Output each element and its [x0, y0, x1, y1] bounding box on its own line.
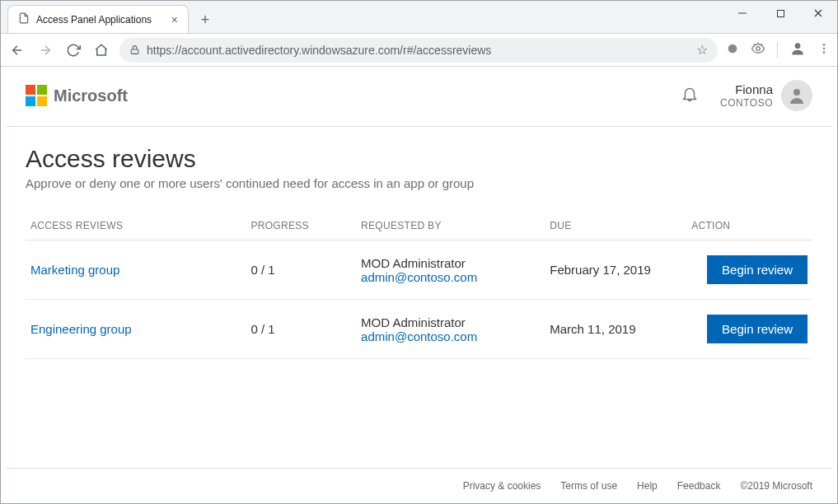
requester-email-link[interactable]: admin@contoso.com — [361, 329, 477, 343]
review-name-link[interactable]: Marketing group — [30, 263, 119, 277]
main-content: Access reviews Approve or deny one or mo… — [6, 127, 832, 468]
notifications-bell-icon[interactable] — [681, 85, 699, 106]
requester-name: MOD Administrator — [361, 256, 540, 270]
review-name-link[interactable]: Engineering group — [30, 322, 132, 336]
nav-reload-button[interactable] — [63, 40, 83, 60]
microsoft-logo[interactable]: Microsoft — [26, 85, 128, 106]
svg-point-12 — [795, 43, 801, 49]
user-display-name: Fionna — [720, 82, 773, 97]
access-reviews-table: ACCESS REVIEWS PROGRESS REQUESTED BY DUE… — [26, 213, 812, 359]
requester-email-link[interactable]: admin@contoso.com — [361, 270, 477, 284]
bookmark-star-icon[interactable]: ☆ — [696, 42, 708, 58]
profile-avatar-icon[interactable] — [789, 40, 806, 60]
table-row: Engineering group 0 / 1 MOD Administrato… — [26, 300, 812, 359]
table-row: Marketing group 0 / 1 MOD Administrator … — [26, 240, 812, 300]
toolbar-right-icons — [726, 40, 831, 60]
user-menu[interactable]: Fionna CONTOSO — [720, 80, 812, 111]
avatar — [781, 80, 812, 111]
browser-tab-active[interactable]: Access Panel Applications × — [7, 5, 189, 33]
extension-icon[interactable] — [726, 42, 739, 58]
svg-point-14 — [823, 47, 826, 49]
browser-toolbar: https://account.activedirectory.windowsa… — [1, 34, 837, 67]
browser-menu-icon[interactable] — [817, 42, 831, 58]
tab-close-icon[interactable]: × — [171, 14, 178, 26]
window-close-button[interactable] — [799, 1, 837, 26]
footer-feedback-link[interactable]: Feedback — [677, 480, 721, 492]
extension-eye-icon[interactable] — [751, 41, 765, 59]
tab-title: Access Panel Applications — [36, 14, 152, 26]
omnibox[interactable]: https://account.activedirectory.windowsa… — [119, 38, 718, 63]
toolbar-divider — [777, 42, 778, 58]
svg-point-8 — [756, 46, 761, 50]
review-due-date: March 11, 2019 — [545, 300, 686, 359]
col-header-due: DUE — [545, 213, 686, 240]
window-controls — [723, 1, 837, 29]
microsoft-wordmark: Microsoft — [54, 86, 128, 105]
window-minimize-button[interactable] — [723, 1, 761, 26]
svg-point-15 — [823, 51, 826, 54]
page-subtitle: Approve or deny one or more users' conti… — [26, 176, 812, 190]
user-org-name: CONTOSO — [720, 97, 773, 109]
nav-back-button[interactable] — [7, 40, 27, 60]
omnibox-url: https://account.activedirectory.windowsa… — [147, 44, 491, 57]
svg-point-13 — [823, 44, 826, 46]
col-header-action: ACTION — [686, 213, 812, 240]
new-tab-button[interactable]: + — [194, 8, 217, 31]
footer-help-link[interactable]: Help — [637, 480, 658, 492]
footer-privacy-link[interactable]: Privacy & cookies — [463, 480, 541, 492]
begin-review-button[interactable]: Begin review — [707, 255, 808, 284]
nav-home-button[interactable] — [91, 40, 111, 60]
review-progress: 0 / 1 — [246, 240, 356, 300]
app-header: Microsoft Fionna CONTOSO — [6, 67, 832, 127]
svg-rect-1 — [777, 10, 784, 16]
page-icon — [18, 12, 30, 26]
page-scroll-area[interactable]: Microsoft Fionna CONTOSO Access re — [1, 67, 837, 503]
window-maximize-button[interactable] — [761, 1, 799, 26]
col-header-name: ACCESS REVIEWS — [26, 213, 246, 240]
lock-icon — [129, 44, 140, 55]
page-title: Access reviews — [26, 145, 812, 173]
svg-rect-6 — [131, 49, 138, 54]
begin-review-button[interactable]: Begin review — [707, 315, 808, 343]
svg-point-7 — [728, 44, 737, 53]
nav-forward-button[interactable] — [35, 40, 55, 60]
footer-terms-link[interactable]: Terms of use — [560, 480, 617, 492]
col-header-progress: PROGRESS — [246, 213, 356, 240]
footer-copyright: ©2019 Microsoft — [740, 480, 812, 492]
requester-name: MOD Administrator — [361, 315, 540, 329]
microsoft-logo-icon — [26, 85, 47, 106]
review-progress: 0 / 1 — [246, 300, 356, 359]
svg-point-16 — [794, 89, 800, 96]
col-header-requested-by: REQUESTED BY — [356, 213, 545, 240]
page-footer: Privacy & cookies Terms of use Help Feed… — [6, 468, 832, 503]
browser-titlebar: Access Panel Applications × + — [1, 1, 837, 34]
review-due-date: February 17, 2019 — [545, 240, 686, 300]
